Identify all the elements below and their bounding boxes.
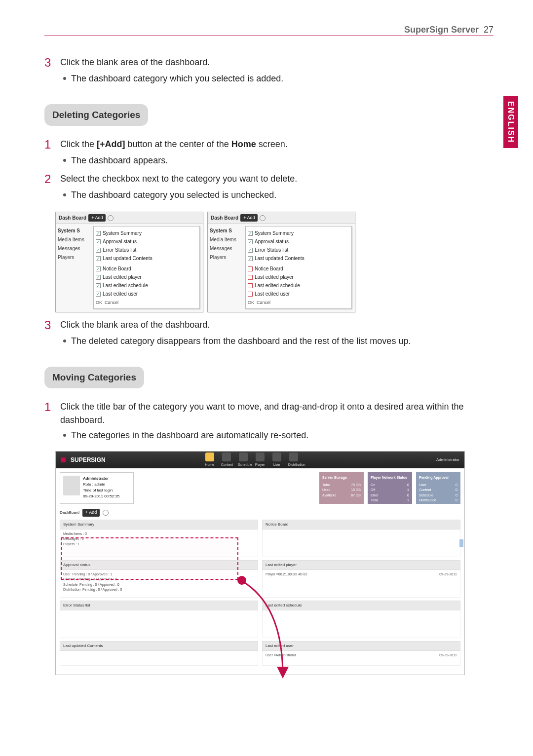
step-number: 1 — [44, 400, 55, 427]
bullet-text: The dashboard appears. — [71, 154, 168, 167]
sec-notice[interactable]: Notice Board — [262, 520, 460, 529]
category-popup: System Summary Approval status Error Sta… — [245, 226, 352, 309]
step-text: Click the blank area of the dashboard. — [60, 318, 210, 333]
step-text: Click the blank area of the dashboard. — [60, 56, 210, 70]
checkbox[interactable] — [96, 292, 101, 297]
page-number: 27 — [484, 25, 494, 35]
admin-card: Administrator Role : admin Time of last … — [60, 472, 134, 504]
bullet-text: The deleted category disappears from the… — [71, 335, 411, 348]
ok-button[interactable]: OK — [96, 300, 102, 305]
dashboard-popup-left: Dash Board + Add System S Media items Me… — [55, 212, 203, 312]
sec-error-list[interactable]: Error Status list — [60, 601, 258, 610]
add-button[interactable]: + Add — [82, 509, 100, 517]
step-number: 2 — [44, 172, 55, 187]
step-3a-bullet: The dashboard category which you selecte… — [63, 72, 494, 85]
sec-last-user[interactable]: Last edited user — [262, 641, 460, 651]
checkbox[interactable] — [248, 283, 253, 288]
step-text: Click the [+Add] button at the center of… — [60, 138, 288, 152]
bullet-icon — [63, 193, 66, 196]
del-step1-bullet: The dashboard appears. — [63, 154, 494, 167]
ok-button[interactable]: OK — [248, 300, 254, 305]
nav-user[interactable]: User — [271, 453, 282, 468]
cancel-button[interactable]: Cancel — [105, 300, 118, 305]
logo-icon — [61, 457, 66, 462]
dashboard-grid: System Summary Media Items : 0 Messages … — [56, 518, 464, 675]
del-step2: 2 Select the checkbox next to the catego… — [44, 172, 494, 187]
checkbox[interactable] — [248, 248, 253, 253]
checkbox[interactable] — [248, 292, 253, 297]
checkbox[interactable] — [248, 239, 253, 244]
app-header: SUPERSIGN Home Content Schedule Player U… — [56, 452, 464, 468]
app-screenshot: SUPERSIGN Home Content Schedule Player U… — [55, 451, 465, 675]
stat-server-storage: Server Storage Total79 GB Used10 GB Avai… — [319, 472, 364, 504]
side-list: System S Media items Messages Players — [208, 224, 245, 312]
bullet-icon — [63, 434, 66, 437]
sec-last-player[interactable]: Last edited player — [262, 560, 460, 570]
screenshot-pair: Dash Board + Add System S Media items Me… — [55, 212, 494, 312]
bullet-text: The dashboard category you selected is u… — [71, 189, 276, 202]
nav-distribution[interactable]: Distribution — [288, 453, 299, 468]
checkbox[interactable] — [248, 275, 253, 280]
dashbar: DashBoard + Add — [56, 508, 464, 518]
mov-step1-bullet: The categories in the dashboard are auto… — [63, 429, 494, 442]
drag-outline — [61, 537, 238, 580]
section-deleting: Deleting Categories — [44, 104, 148, 126]
checkbox[interactable] — [96, 231, 101, 236]
bullet-icon — [63, 77, 66, 80]
del-step1: 1 Click the [+Add] button at the center … — [44, 138, 494, 152]
add-button[interactable]: + Add — [240, 214, 258, 222]
language-tab: ENGLISH — [503, 96, 518, 148]
sec-sys-summary[interactable]: System Summary — [60, 520, 258, 529]
header-title: SuperSign Server — [404, 25, 479, 35]
bullet-text: The dashboard category which you selecte… — [71, 72, 283, 85]
side-list: System S Media items Messages Players — [56, 224, 93, 312]
refresh-icon[interactable] — [103, 510, 109, 516]
step-3a: 3 Click the blank area of the dashboard. — [44, 56, 494, 70]
checkbox[interactable] — [96, 256, 101, 261]
checkbox[interactable] — [248, 256, 253, 261]
dashboard-label: Dash Board — [211, 214, 238, 222]
checkbox[interactable] — [96, 275, 101, 280]
drag-handle-dot — [237, 576, 246, 585]
del-step3: 3 Click the blank area of the dashboard. — [44, 318, 494, 333]
del-step3-bullet: The deleted category disappears from the… — [63, 335, 494, 348]
del-step2-bullet: The dashboard category you selected is u… — [63, 189, 494, 202]
nav-home[interactable]: Home — [204, 453, 215, 468]
sec-last-updated-contents[interactable]: Last updated Contents — [60, 641, 258, 651]
stat-player-network: Player Network Status On0 Off1 Error0 To… — [368, 472, 412, 504]
category-popup: System Summary Approval status Error Sta… — [93, 226, 200, 309]
section-moving: Moving Categories — [44, 367, 144, 389]
add-button[interactable]: + Add — [88, 214, 106, 222]
bullet-icon — [63, 340, 66, 342]
dashboard-label: Dash Board — [59, 214, 86, 222]
nav-player[interactable]: Player — [255, 453, 266, 468]
mov-step1: 1 Click the title bar of the category yo… — [44, 400, 494, 427]
checkbox[interactable] — [248, 231, 253, 236]
step-number: 1 — [44, 138, 55, 152]
nav-schedule[interactable]: Schedule — [238, 453, 249, 468]
bullet-icon — [63, 159, 66, 162]
checkbox[interactable] — [96, 248, 101, 253]
nav-bar: Home Content Schedule Player User Distri… — [204, 453, 299, 468]
header-rule — [44, 35, 494, 36]
refresh-icon[interactable] — [260, 215, 266, 221]
cancel-button[interactable]: Cancel — [257, 300, 270, 305]
avatar-icon — [63, 476, 80, 495]
checkbox[interactable] — [96, 266, 101, 271]
step-text: Select the checkbox next to the category… — [60, 172, 297, 187]
dashboard-popup-right: Dash Board + Add System S Media items Me… — [207, 212, 355, 312]
header-user: Administrator — [436, 457, 459, 463]
scrollbar-thumb[interactable] — [459, 539, 463, 547]
stat-pending-approval: Pending Approval User0 Content0 Schedule… — [416, 472, 460, 504]
checkbox[interactable] — [248, 266, 253, 271]
brand-label: SUPERSIGN — [71, 455, 106, 464]
refresh-icon[interactable] — [108, 215, 114, 221]
bullet-text: The categories in the dashboard are auto… — [71, 429, 308, 442]
checkbox[interactable] — [96, 283, 101, 288]
nav-content[interactable]: Content — [221, 453, 232, 468]
page-header: SuperSign Server 27 — [44, 25, 494, 35]
step-text: Click the title bar of the category you … — [60, 400, 494, 427]
sec-last-schedule[interactable]: Last edited schedule — [262, 601, 460, 610]
step-number: 3 — [44, 318, 55, 333]
checkbox[interactable] — [96, 239, 101, 244]
